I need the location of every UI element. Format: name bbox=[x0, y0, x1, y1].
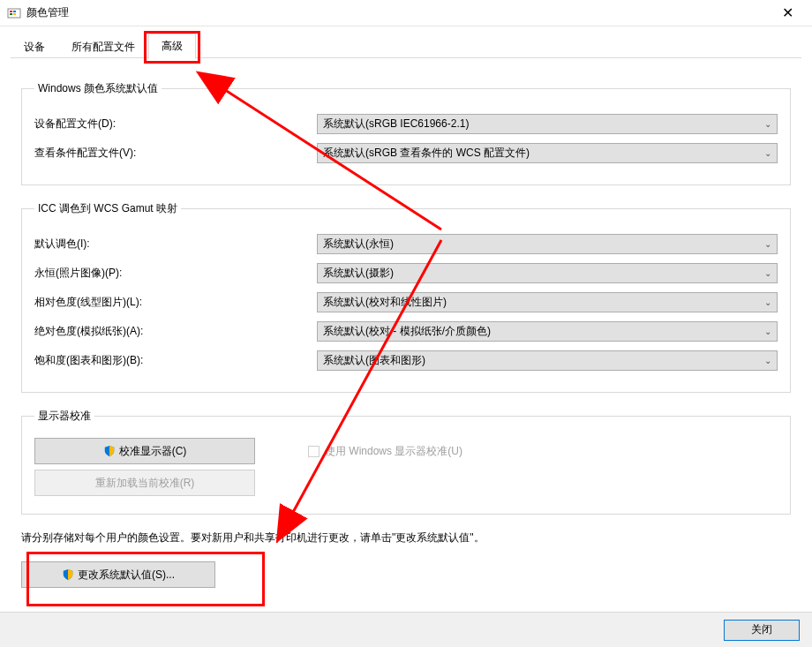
device-profile-select[interactable]: 系统默认(sRGB IEC61966-2.1) ⌄ bbox=[317, 114, 778, 134]
change-system-defaults-button[interactable]: 更改系统默认值(S)... bbox=[21, 561, 215, 588]
relative-value: 系统默认(校对和线性图片) bbox=[323, 295, 764, 310]
viewing-profile-value: 系统默认(sRGB 查看条件的 WCS 配置文件) bbox=[323, 146, 764, 161]
absolute-value: 系统默认(校对 - 模拟纸张/介质颜色) bbox=[323, 324, 764, 339]
chevron-down-icon: ⌄ bbox=[764, 239, 771, 249]
group-windows-defaults-legend: Windows 颜色系统默认值 bbox=[34, 81, 162, 96]
relative-select[interactable]: 系统默认(校对和线性图片) ⌄ bbox=[317, 292, 778, 312]
perceptual-value: 系统默认(摄影) bbox=[323, 266, 764, 281]
group-display-calibration: 显示器校准 校准显示器(C) 使用 Windows 显示器校准(U) 重新加载当… bbox=[21, 409, 791, 515]
close-button[interactable]: ✕ bbox=[770, 4, 805, 21]
default-intent-value: 系统默认(永恒) bbox=[323, 237, 764, 252]
calibrate-display-button[interactable]: 校准显示器(C) bbox=[34, 438, 255, 464]
viewing-profile-label: 查看条件配置文件(V): bbox=[34, 146, 317, 161]
svg-rect-2 bbox=[13, 11, 16, 12]
calibrate-display-label: 校准显示器(C) bbox=[119, 444, 187, 459]
note-text: 请分别存储对每个用户的颜色设置。要对新用户和共享打印机进行更改，请单击"更改系统… bbox=[21, 530, 791, 545]
perceptual-select[interactable]: 系统默认(摄影) ⌄ bbox=[317, 263, 778, 283]
dialog-footer: 关闭 bbox=[0, 612, 812, 647]
checkbox-icon bbox=[308, 446, 320, 457]
chevron-down-icon: ⌄ bbox=[764, 297, 771, 307]
svg-rect-1 bbox=[10, 11, 12, 12]
shield-icon bbox=[103, 445, 116, 457]
close-dialog-button[interactable]: 关闭 bbox=[724, 620, 800, 641]
chevron-down-icon: ⌄ bbox=[764, 356, 771, 365]
chevron-down-icon: ⌄ bbox=[764, 268, 771, 278]
use-windows-calib-label: 使用 Windows 显示器校准(U) bbox=[325, 444, 462, 459]
tab-devices[interactable]: 设备 bbox=[11, 34, 58, 59]
svg-rect-3 bbox=[10, 13, 12, 15]
viewing-profile-select[interactable]: 系统默认(sRGB 查看条件的 WCS 配置文件) ⌄ bbox=[317, 143, 778, 163]
saturation-value: 系统默认(图表和图形) bbox=[323, 353, 764, 368]
svg-rect-4 bbox=[13, 13, 16, 15]
chevron-down-icon: ⌄ bbox=[764, 327, 771, 336]
default-intent-label: 默认调色(I): bbox=[34, 237, 317, 252]
shield-icon bbox=[62, 568, 74, 581]
perceptual-label: 永恒(照片图像)(P): bbox=[34, 266, 317, 281]
saturation-select[interactable]: 系统默认(图表和图形) ⌄ bbox=[317, 350, 778, 371]
tab-all-profiles[interactable]: 所有配置文件 bbox=[58, 34, 148, 59]
reload-calibration-button: 重新加载当前校准(R) bbox=[34, 470, 255, 496]
device-profile-label: 设备配置文件(D): bbox=[34, 117, 317, 132]
tabstrip: 设备 所有配置文件 高级 bbox=[0, 26, 812, 58]
device-profile-value: 系统默认(sRGB IEC61966-2.1) bbox=[323, 117, 764, 132]
group-display-calibration-legend: 显示器校准 bbox=[34, 409, 94, 424]
group-windows-defaults: Windows 颜色系统默认值 设备配置文件(D): 系统默认(sRGB IEC… bbox=[21, 81, 791, 185]
default-intent-select[interactable]: 系统默认(永恒) ⌄ bbox=[317, 234, 778, 254]
group-icc-wcs-legend: ICC 调色到 WCS Gamut 映射 bbox=[34, 201, 181, 216]
absolute-select[interactable]: 系统默认(校对 - 模拟纸张/介质颜色) ⌄ bbox=[317, 321, 778, 342]
absolute-label: 绝对色度(模拟纸张)(A): bbox=[34, 324, 317, 339]
chevron-down-icon: ⌄ bbox=[764, 119, 771, 129]
use-windows-calib-checkbox[interactable]: 使用 Windows 显示器校准(U) bbox=[308, 444, 462, 459]
relative-label: 相对色度(线型图片)(L): bbox=[34, 295, 317, 310]
change-system-defaults-label: 更改系统默认值(S)... bbox=[78, 568, 175, 583]
chevron-down-icon: ⌄ bbox=[764, 148, 771, 158]
tab-content: Windows 颜色系统默认值 设备配置文件(D): 系统默认(sRGB IEC… bbox=[0, 58, 812, 588]
titlebar: 颜色管理 ✕ bbox=[0, 0, 812, 26]
tab-advanced[interactable]: 高级 bbox=[148, 34, 196, 59]
group-icc-wcs: ICC 调色到 WCS Gamut 映射 默认调色(I): 系统默认(永恒) ⌄… bbox=[21, 201, 791, 393]
window-title: 颜色管理 bbox=[26, 5, 770, 20]
saturation-label: 饱和度(图表和图形)(B): bbox=[34, 353, 317, 368]
reload-calibration-label: 重新加载当前校准(R) bbox=[95, 476, 195, 491]
color-management-icon bbox=[7, 6, 21, 20]
